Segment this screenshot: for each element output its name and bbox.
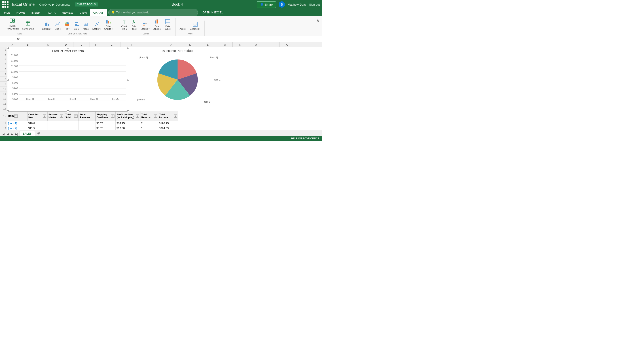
sign-out-link[interactable]: Sign out bbox=[309, 3, 320, 6]
row-num-12: 12 bbox=[0, 96, 7, 101]
cell-income1[interactable]: $196.75 bbox=[158, 121, 178, 126]
axes-button[interactable]: Axes ▾ bbox=[178, 20, 188, 31]
filter-markup-button[interactable]: ▼ bbox=[60, 114, 63, 118]
cell-shipping1[interactable]: $5.75 bbox=[96, 121, 116, 126]
th-cost-per-item: Cost PerItem ▼ bbox=[27, 111, 48, 121]
col-header-q[interactable]: Q bbox=[280, 42, 295, 47]
line-chart-button[interactable]: Line ▾ bbox=[53, 20, 62, 31]
resize-handle-bl[interactable] bbox=[7, 110, 9, 112]
col-header-n[interactable]: N bbox=[232, 42, 248, 47]
waffle-menu-icon[interactable] bbox=[2, 1, 8, 8]
resize-handle-mt[interactable] bbox=[67, 47, 69, 49]
legend-button[interactable]: Legend ▾ bbox=[139, 20, 151, 31]
col-header-h[interactable]: H bbox=[121, 42, 141, 47]
switch-row-col-button[interactable]: SwitchRow/Column bbox=[4, 17, 20, 31]
filter-returns-button[interactable]: ▼ bbox=[154, 114, 157, 118]
cell-markup1[interactable] bbox=[48, 121, 64, 126]
select-data-icon bbox=[25, 20, 31, 27]
menu-home[interactable]: HOME bbox=[13, 9, 28, 16]
resize-handle-tr[interactable] bbox=[127, 47, 129, 49]
area-chart-button[interactable]: Area ▾ bbox=[82, 20, 90, 31]
sheet-tab-sales[interactable]: SALES bbox=[19, 131, 35, 136]
scatter-chart-button[interactable]: Scatter ▾ bbox=[91, 20, 102, 31]
filter-cost-button[interactable]: ▼ bbox=[43, 114, 46, 118]
col-header-j[interactable]: J bbox=[161, 42, 181, 47]
data-table-button[interactable]: DataTable ▾ bbox=[163, 18, 173, 31]
chart-title-button[interactable]: T ChartTitle ▾ bbox=[120, 19, 128, 31]
ribbon-group-change-chart-type: Column ▾ Line ▾ Pie ▾ bbox=[38, 18, 117, 36]
row-num-14: 14 bbox=[0, 106, 7, 111]
name-box[interactable] bbox=[2, 37, 15, 41]
col-header-b[interactable]: B bbox=[18, 42, 38, 47]
tell-me-input[interactable] bbox=[116, 11, 195, 14]
select-data-button[interactable]: Select Data bbox=[21, 20, 35, 31]
resize-handle-tl[interactable] bbox=[7, 47, 9, 49]
svg-point-17 bbox=[97, 24, 98, 25]
column-chart-button[interactable]: Column ▾ bbox=[41, 20, 53, 31]
col-header-k[interactable]: K bbox=[181, 42, 199, 47]
col-header-i[interactable]: I bbox=[141, 42, 161, 47]
pie-chart-button[interactable]: Pie ▾ bbox=[62, 20, 72, 31]
prev-sheet-arrow[interactable]: ◀ bbox=[6, 132, 10, 136]
menu-chart[interactable]: CHART bbox=[90, 9, 107, 16]
open-in-excel-button[interactable]: OPEN IN EXCEL bbox=[200, 9, 226, 16]
col-header-g[interactable]: G bbox=[103, 42, 121, 47]
data-labels-button[interactable]: DataLabels ▾ bbox=[152, 18, 162, 31]
menu-insert[interactable]: INSERT bbox=[28, 9, 45, 16]
tell-me-box[interactable]: 💡 bbox=[108, 9, 198, 16]
ribbon-collapse-button[interactable]: ∧ bbox=[316, 17, 320, 24]
cell-cost1[interactable]: $10.0 bbox=[27, 121, 48, 126]
cell-returns1[interactable]: 2 bbox=[140, 121, 158, 126]
menu-review[interactable]: REVIEW bbox=[59, 9, 76, 16]
svg-rect-21 bbox=[110, 22, 111, 24]
axis-titles-button[interactable]: Ā AxisTitles ▾ bbox=[129, 19, 139, 31]
ribbon-group-axes: Axes ▾ Gridlines ▾ Axes bbox=[176, 20, 204, 36]
col-header-l[interactable]: L bbox=[199, 42, 217, 47]
other-charts-button[interactable]: OtherCharts ▾ bbox=[103, 18, 114, 31]
cell-revenue1[interactable] bbox=[79, 121, 96, 126]
th-shipping-cost: ShippingCost/Item ▼ bbox=[96, 111, 116, 121]
menu-data[interactable]: DATA bbox=[45, 9, 59, 16]
menu-file[interactable]: FILE bbox=[1, 9, 13, 16]
ribbon: SwitchRow/Column Select Data Data bbox=[0, 16, 322, 36]
cell-item1[interactable]: [Item 1] bbox=[7, 121, 27, 126]
formula-input[interactable] bbox=[21, 38, 320, 41]
cell-sold1[interactable] bbox=[64, 121, 79, 126]
filter-profit-button[interactable]: ▼ bbox=[136, 114, 139, 118]
help-improve-office-link[interactable]: HELP IMPROVE OFFICE bbox=[291, 137, 319, 140]
resize-handle-br[interactable] bbox=[127, 110, 129, 112]
col-header-c[interactable]: C bbox=[38, 42, 58, 47]
col-header-m[interactable]: M bbox=[217, 42, 232, 47]
formula-bar: fx bbox=[0, 36, 322, 42]
menu-bar: FILE HOME INSERT DATA REVIEW VIEW CHART … bbox=[0, 9, 322, 16]
share-button[interactable]: 👤 Share bbox=[257, 1, 276, 8]
col-header-a[interactable]: A bbox=[7, 42, 18, 47]
line-chart-icon bbox=[55, 22, 60, 27]
gridlines-button[interactable]: Gridlines ▾ bbox=[188, 20, 202, 31]
col-header-f[interactable]: F bbox=[90, 42, 103, 47]
svg-rect-28 bbox=[156, 20, 158, 24]
filter-income-button[interactable]: ▼ bbox=[174, 114, 177, 118]
col-header-d[interactable]: D bbox=[58, 42, 74, 47]
cell-profit1[interactable]: $14.25 bbox=[116, 121, 140, 126]
col-header-o[interactable]: O bbox=[248, 42, 264, 47]
menu-view[interactable]: VIEW bbox=[76, 9, 90, 16]
first-sheet-arrow[interactable]: |◀ bbox=[1, 132, 5, 136]
filter-shipping-button[interactable]: ▼ bbox=[111, 114, 114, 118]
bar-chart-button[interactable]: Bar ▾ bbox=[72, 20, 81, 31]
pie-chart-svg bbox=[153, 55, 202, 104]
col-header-e[interactable]: E bbox=[74, 42, 90, 47]
col-header-p[interactable]: P bbox=[264, 42, 280, 47]
legend-icon bbox=[142, 22, 148, 27]
other-charts-icon bbox=[106, 19, 111, 25]
table-header-row: 15 Item ▼ Cost PerItem ▼ PercentMarkup ▼… bbox=[0, 111, 322, 121]
filter-item-button[interactable]: ▼ bbox=[14, 114, 18, 118]
last-sheet-arrow[interactable]: ▶| bbox=[14, 132, 19, 136]
share-icon: 👤 bbox=[260, 3, 264, 6]
next-sheet-arrow[interactable]: ▶ bbox=[10, 132, 14, 136]
skype-icon[interactable]: S bbox=[278, 1, 285, 8]
breadcrumb: OneDrive ▶ Documents bbox=[39, 3, 70, 6]
add-sheet-button[interactable]: ⊕ bbox=[35, 130, 42, 136]
filter-sold-button[interactable]: ▼ bbox=[74, 114, 78, 118]
resize-handle-mb[interactable] bbox=[67, 110, 69, 112]
